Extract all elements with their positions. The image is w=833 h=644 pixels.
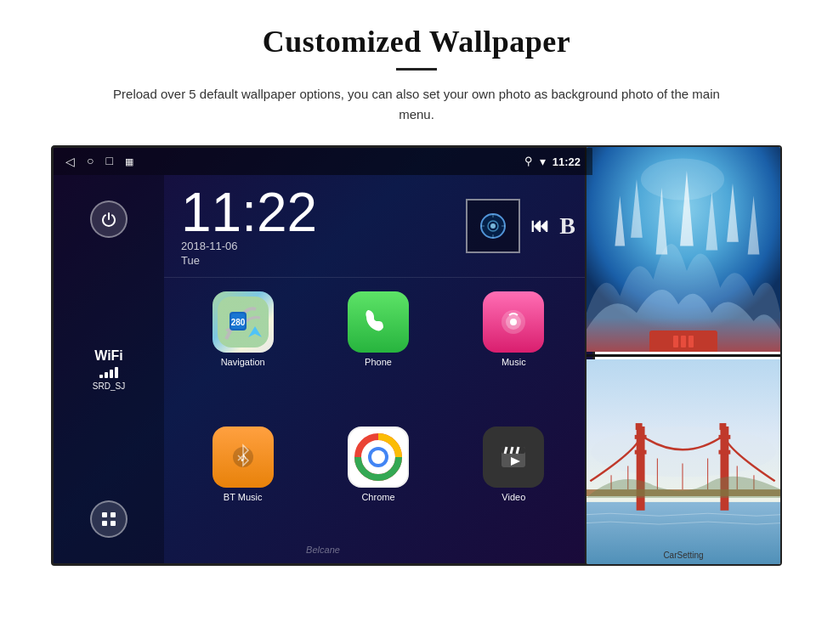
- svg-rect-3: [110, 521, 116, 526]
- status-time: 11:22: [552, 155, 581, 168]
- wallpaper-thumbnails: CarSetting: [585, 145, 782, 566]
- wifi-bar-2: [105, 372, 108, 378]
- title-underline: [396, 68, 437, 71]
- svg-rect-2: [102, 521, 107, 526]
- svg-rect-1: [110, 512, 116, 517]
- music-icon[interactable]: [483, 291, 544, 353]
- clock-day: Tue: [181, 254, 343, 267]
- page-container: Customized Wallpaper Preload over 5 defa…: [0, 0, 833, 644]
- apps-grid-button[interactable]: [90, 500, 128, 538]
- media-icons: ⏮ B: [466, 199, 575, 253]
- svg-text:280: 280: [230, 318, 245, 327]
- left-sidebar: WiFi SRD_SJ: [54, 175, 164, 563]
- status-bar: ◁ ○ □ ▦ ⚲ ▾ 11:22: [54, 148, 592, 175]
- wifi-info: WiFi SRD_SJ: [93, 348, 125, 391]
- svg-rect-45: [636, 423, 643, 430]
- wallpaper-thumb-bridge[interactable]: CarSetting: [586, 359, 780, 564]
- svg-rect-46: [719, 423, 726, 430]
- chrome-icon[interactable]: [348, 427, 409, 488]
- app-item-music[interactable]: Music: [452, 291, 575, 415]
- clock-time-display: 11:22 2018-11-06 Tue: [181, 185, 343, 267]
- status-bar-right: ⚲ ▾ 11:22: [524, 155, 581, 169]
- android-screen: ◁ ○ □ ▦ ⚲ ▾ 11:22: [51, 145, 595, 566]
- video-label: Video: [502, 492, 525, 502]
- home-icon[interactable]: ○: [87, 155, 94, 168]
- app-item-navigation[interactable]: 280 Navigation: [181, 291, 304, 415]
- wifi-ssid: SRD_SJ: [93, 381, 125, 391]
- media-bluetooth[interactable]: B: [559, 212, 575, 240]
- location-icon: ⚲: [524, 155, 533, 168]
- page-subtitle: Preload over 5 default wallpaper options…: [110, 84, 722, 125]
- screenshot-icon[interactable]: ▦: [125, 156, 133, 167]
- app-item-video[interactable]: Video: [452, 427, 575, 550]
- svg-rect-42: [635, 450, 647, 455]
- svg-rect-0: [102, 512, 107, 517]
- navigation-label: Navigation: [221, 357, 265, 367]
- svg-line-23: [505, 447, 507, 454]
- phone-icon[interactable]: [348, 291, 409, 353]
- center-content: 11:22 2018-11-06 Tue: [164, 175, 592, 563]
- app-item-phone[interactable]: Phone: [316, 291, 439, 415]
- chrome-label: Chrome: [361, 492, 394, 502]
- wifi-label: WiFi: [93, 348, 125, 364]
- phone-label: Phone: [365, 357, 392, 367]
- media-widget[interactable]: [466, 199, 520, 253]
- clock-time: 11:22: [181, 185, 317, 240]
- main-content: WiFi SRD_SJ: [54, 175, 592, 563]
- app-item-btmusic[interactable]: ♪ BT Music: [181, 427, 304, 550]
- status-bar-left: ◁ ○ □ ▦: [65, 155, 133, 169]
- svg-point-20: [371, 450, 385, 464]
- watermark: Belcane: [306, 545, 340, 555]
- svg-point-37: [591, 427, 775, 477]
- media-skip-button[interactable]: ⏮: [530, 215, 549, 237]
- power-button[interactable]: [90, 201, 128, 238]
- wallpaper-thumb-ice[interactable]: [586, 147, 780, 352]
- app-item-chrome[interactable]: Chrome: [316, 427, 439, 550]
- video-icon[interactable]: [483, 427, 544, 488]
- wifi-bar-1: [99, 375, 103, 378]
- svg-point-6: [490, 223, 496, 229]
- svg-line-25: [517, 447, 518, 454]
- svg-line-24: [511, 447, 513, 454]
- clock-date-area: 2018-11-06 Tue: [181, 240, 343, 267]
- wifi-bar-3: [110, 370, 113, 378]
- btmusic-label: BT Music: [224, 492, 263, 502]
- music-label: Music: [502, 357, 526, 367]
- svg-point-14: [510, 319, 517, 325]
- app-grid: 280 Navigation: [164, 278, 592, 563]
- recents-icon[interactable]: □: [105, 155, 112, 168]
- wifi-bar-4: [115, 367, 118, 378]
- back-icon[interactable]: ◁: [65, 155, 75, 169]
- svg-rect-44: [718, 450, 730, 455]
- navigation-icon[interactable]: 280: [212, 291, 274, 353]
- svg-point-35: [641, 158, 724, 200]
- wifi-status-icon: ▾: [540, 155, 546, 169]
- wifi-bars: [93, 367, 125, 378]
- screen-wrapper: ◁ ○ □ ▦ ⚲ ▾ 11:22: [51, 145, 782, 566]
- thumb-top-overlay: [586, 318, 780, 352]
- clock-area: 11:22 2018-11-06 Tue: [164, 175, 592, 278]
- page-title: Customized Wallpaper: [263, 24, 570, 59]
- carsetting-label: CarSetting: [586, 551, 780, 560]
- btmusic-icon[interactable]: ♪: [212, 427, 274, 488]
- thumb-divider: [586, 354, 780, 357]
